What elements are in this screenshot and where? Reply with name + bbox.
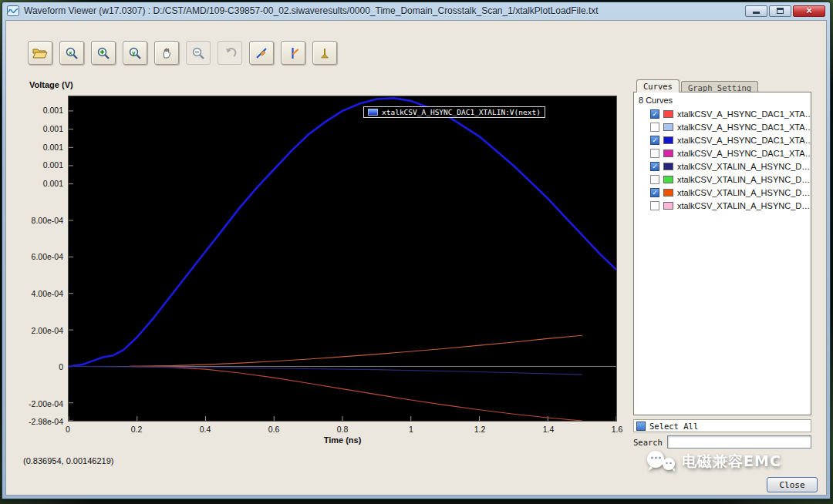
close-icon: ×	[806, 6, 812, 15]
y-tick-label: 0.001	[43, 106, 63, 115]
x-tick-label: 1	[409, 425, 413, 434]
curve-count-label: 8 Curves	[634, 92, 811, 107]
zoom-y-icon: y	[128, 46, 142, 60]
svg-text:x: x	[69, 49, 73, 55]
titlebar[interactable]: Waveform Viewer (w17.0307) : D:/CST/AMD/…	[2, 2, 830, 19]
vertical-marker-icon	[286, 46, 300, 60]
curve-color-swatch	[663, 136, 673, 144]
curve-list-item[interactable]: xtalkCSV_A_HSYNC_DAC1_XTA…	[634, 146, 811, 160]
y-tick-label: 0.001	[43, 179, 63, 188]
slope-marker-icon	[255, 46, 268, 60]
pan-button[interactable]	[154, 41, 179, 65]
zoom-out-icon	[191, 46, 205, 60]
x-tick-label: 0.8	[337, 425, 349, 434]
window-controls: ×	[745, 5, 825, 17]
y-tick-label: -2.98e-04	[29, 417, 63, 426]
curve-label: xtalkCSV_A_HSYNC_DAC1_XTA…	[677, 149, 811, 158]
curve-visibility-checkbox[interactable]	[650, 201, 659, 210]
curve-list-item[interactable]: ✓xtalkCSV_XTALIN_A_HSYNC_D…	[634, 160, 811, 173]
y-axis-title: Voltage (V)	[29, 80, 73, 89]
maximize-button[interactable]	[769, 5, 791, 17]
zoom-x-button[interactable]: x	[59, 41, 84, 65]
tab-graph-setting[interactable]: Graph Setting	[681, 81, 758, 92]
curve-color-swatch	[663, 150, 673, 157]
curve-list-item[interactable]: ✓xtalkCSV_A_HSYNC_DAC1_XTA…	[634, 133, 811, 146]
x-tick-label: 0.2	[131, 425, 143, 434]
wechat-logo-icon	[643, 449, 679, 474]
curve-label: xtalkCSV_XTALIN_A_HSYNC_D…	[677, 175, 810, 184]
x-axis-title: Time (ns)	[68, 435, 617, 445]
tab-curves[interactable]: Curves	[636, 79, 680, 92]
legend-color-chip	[368, 109, 378, 116]
search-input[interactable]	[667, 435, 811, 449]
x-tick-label: 1.4	[543, 425, 555, 434]
select-all-row[interactable]: Select All	[633, 419, 811, 432]
y-tick-label: 0.001	[43, 143, 63, 152]
curve-list-item[interactable]: ✓xtalkCSV_A_HSYNC_DAC1_XTA…	[634, 107, 811, 120]
search-row: Search	[633, 435, 811, 449]
zoom-out-button[interactable]	[186, 41, 211, 65]
x-tick-label: 0.6	[268, 425, 280, 434]
waveform-curve	[130, 335, 582, 366]
curve-color-swatch	[663, 123, 673, 131]
select-all-checkbox[interactable]	[636, 422, 646, 431]
curve-list-box: 8 Curves ✓xtalkCSV_A_HSYNC_DAC1_XTA…xtal…	[633, 92, 811, 415]
x-axis-tick-labels: 00.20.40.60.811.21.41.6	[68, 425, 617, 435]
curve-list-item[interactable]: ✓xtalkCSV_XTALIN_A_HSYNC_D…	[634, 186, 811, 199]
curve-label: xtalkCSV_XTALIN_A_HSYNC_D…	[677, 201, 810, 210]
curve-visibility-checkbox[interactable]	[650, 175, 659, 184]
y-tick-label: 8.00e-04	[32, 216, 63, 225]
curve-visibility-checkbox[interactable]	[650, 149, 659, 158]
maximize-icon	[777, 8, 784, 14]
curve-list-item[interactable]: xtalkCSV_A_HSYNC_DAC1_XTA…	[634, 120, 811, 133]
curve-label: xtalkCSV_A_HSYNC_DAC1_XTA…	[677, 109, 811, 119]
y-tick-label: 0	[59, 362, 63, 371]
y-tick-label: 6.00e-04	[32, 252, 63, 261]
curve-color-swatch	[663, 189, 673, 197]
watermark: 电磁兼容EMC	[643, 449, 781, 474]
curve-list-item[interactable]: xtalkCSV_XTALIN_A_HSYNC_D…	[634, 199, 811, 212]
curve-list-item[interactable]: xtalkCSV_XTALIN_A_HSYNC_D…	[634, 173, 811, 186]
vertical-marker-button[interactable]	[281, 41, 305, 65]
window-title: Waveform Viewer (w17.0307) : D:/CST/AMD/…	[24, 5, 740, 16]
curve-label: xtalkCSV_XTALIN_A_HSYNC_D…	[677, 162, 810, 171]
zoom-y-button[interactable]: y	[123, 41, 147, 65]
delta-marker-button[interactable]	[312, 41, 337, 65]
plot-area[interactable]: xtalkCSV_A_HSYNC_DAC1_XTALIN:V(next)	[68, 96, 617, 422]
plot-panel: Voltage (V) 0.0010.0010.0010.0010.0018.0…	[23, 79, 634, 468]
waveform-curve	[69, 366, 582, 375]
close-window-button[interactable]: ×	[793, 5, 825, 17]
toolbar: x y	[28, 41, 337, 65]
curves-panel: Curves Graph Setting 8 Curves ✓xtalkCSV_…	[633, 79, 811, 449]
open-file-button[interactable]	[28, 41, 52, 65]
curve-visibility-checkbox[interactable]: ✓	[650, 136, 659, 145]
legend-label: xtalkCSV_A_HSYNC_DAC1_XTALIN:V(next)	[382, 108, 541, 116]
select-all-label: Select All	[649, 422, 698, 431]
curve-label: xtalkCSV_A_HSYNC_DAC1_XTA…	[677, 123, 811, 132]
zoom-previous-button[interactable]	[218, 41, 242, 65]
zoom-in-icon	[96, 46, 110, 60]
cursor-coordinates: (0.836954, 0.00146219)	[23, 456, 113, 465]
slope-marker-button[interactable]	[249, 41, 274, 65]
search-label: Search	[633, 438, 663, 447]
legend: xtalkCSV_A_HSYNC_DAC1_XTALIN:V(next)	[363, 106, 545, 118]
curve-color-swatch	[663, 202, 673, 210]
waveform-curve	[130, 366, 582, 421]
watermark-text: 电磁兼容EMC	[682, 452, 781, 472]
y-tick-label: 4.00e-04	[32, 289, 63, 298]
curve-label: xtalkCSV_XTALIN_A_HSYNC_D…	[677, 188, 810, 197]
curve-visibility-checkbox[interactable]: ✓	[650, 109, 659, 119]
curve-visibility-checkbox[interactable]	[650, 123, 659, 132]
panel-tabs: Curves Graph Setting	[633, 79, 811, 92]
waveform-curve	[69, 98, 616, 366]
x-tick-label: 1.6	[612, 425, 623, 434]
zoom-in-button[interactable]	[91, 41, 116, 65]
curve-visibility-checkbox[interactable]: ✓	[650, 188, 659, 197]
y-tick-label: -2.00e-04	[29, 399, 63, 408]
hand-icon	[160, 46, 174, 60]
minimize-button[interactable]	[745, 5, 767, 17]
client-area: x y	[5, 20, 827, 496]
close-button[interactable]: Close	[767, 477, 818, 492]
x-tick-label: 0.4	[200, 425, 211, 434]
curve-visibility-checkbox[interactable]: ✓	[650, 162, 659, 171]
